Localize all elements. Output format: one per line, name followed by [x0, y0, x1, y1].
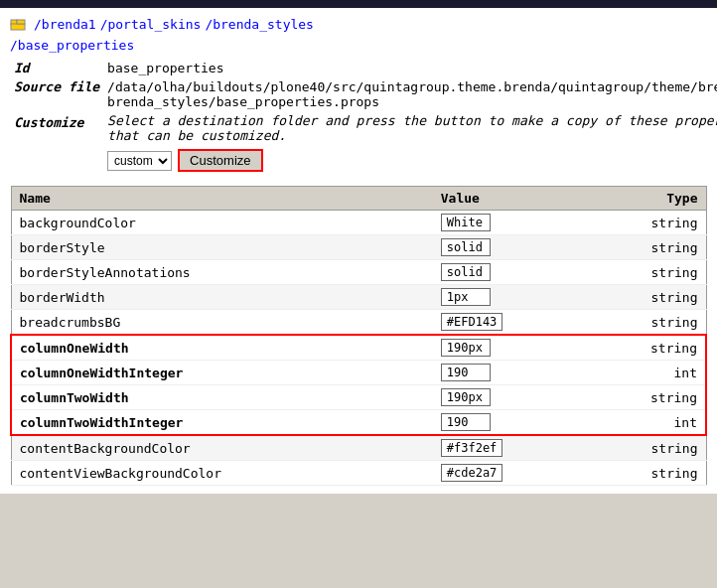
- prop-type: string: [583, 211, 706, 235]
- prop-type: string: [583, 385, 706, 410]
- prop-value: 190px: [433, 335, 584, 361]
- prop-value: #EFD143: [433, 310, 584, 336]
- value-box: 190: [441, 364, 491, 381]
- prop-name: contentViewBackgroundColor: [11, 461, 433, 486]
- breadcrumb-link-base-properties[interactable]: /base_properties: [10, 38, 134, 53]
- prop-name: borderWidth: [11, 285, 433, 310]
- prop-type: string: [583, 285, 706, 310]
- filesystem-icon: [10, 16, 26, 32]
- value-box: solid: [441, 263, 491, 281]
- prop-type: string: [583, 235, 706, 260]
- prop-name: columnOneWidth: [11, 335, 433, 361]
- table-row: columnOneWidthInteger190int: [11, 361, 706, 385]
- prop-name: borderStyleAnnotations: [11, 260, 433, 285]
- prop-value: 190: [433, 410, 584, 436]
- prop-type: string: [583, 461, 706, 486]
- value-box: solid: [441, 238, 491, 256]
- customize-description: Select a destination folder and press th…: [107, 113, 717, 143]
- value-box: White: [441, 214, 491, 231]
- titlebar: [0, 0, 717, 8]
- prop-name: breadcrumbsBG: [11, 310, 433, 336]
- source-label: Source file: [10, 77, 103, 111]
- prop-value: 190: [433, 361, 584, 385]
- table-row: borderWidth1pxstring: [11, 285, 706, 310]
- value-box: 190: [441, 413, 491, 431]
- prop-name: columnTwoWidthInteger: [11, 410, 433, 436]
- table-row: columnTwoWidth190pxstring: [11, 385, 706, 410]
- table-row: borderStylesolidstring: [11, 235, 706, 260]
- table-header-row: Name Value Type: [11, 187, 706, 211]
- table-row: borderStyleAnnotationssolidstring: [11, 260, 706, 285]
- prop-value: #cde2a7: [433, 461, 584, 486]
- customize-button[interactable]: Customize: [178, 149, 262, 172]
- folder-select[interactable]: custom: [107, 151, 172, 171]
- breadcrumb-link-brenda-styles[interactable]: /brenda_styles: [205, 17, 314, 32]
- breadcrumb-link-portal-skins[interactable]: /portal_skins: [100, 17, 202, 32]
- prop-name: columnTwoWidth: [11, 385, 433, 410]
- prop-value: #f3f2ef: [433, 435, 584, 461]
- id-label: Id: [10, 59, 103, 77]
- prop-type: int: [583, 361, 706, 385]
- value-box: #cde2a7: [441, 464, 503, 482]
- prop-value: 1px: [433, 285, 584, 310]
- content-area: /brenda1/portal_skins/brenda_styles /bas…: [0, 8, 717, 494]
- value-box: 1px: [441, 288, 491, 306]
- table-row: contentBackgroundColor#f3f2efstring: [11, 435, 706, 461]
- prop-name: backgroundColor: [11, 211, 433, 235]
- prop-value: White: [433, 211, 584, 235]
- prop-type: int: [583, 410, 706, 436]
- prop-type: string: [583, 435, 706, 461]
- prop-value: solid: [433, 260, 584, 285]
- col-header-value: Value: [433, 187, 584, 211]
- breadcrumb-link-brenda1[interactable]: /brenda1: [34, 17, 96, 32]
- customize-label: Customize: [10, 111, 103, 182]
- table-row: breadcrumbsBG#EFD143string: [11, 310, 706, 336]
- source-value: /data/olha/buildouts/plone40/src/quintag…: [103, 77, 717, 111]
- col-header-name: Name: [11, 187, 433, 211]
- table-row: columnTwoWidthInteger190int: [11, 410, 706, 436]
- table-row: contentViewBackgroundColor#cde2a7string: [11, 461, 706, 486]
- prop-type: string: [583, 335, 706, 361]
- value-box: 190px: [441, 339, 491, 357]
- value-box: #f3f2ef: [441, 439, 503, 457]
- svg-rect-2: [17, 20, 25, 24]
- svg-rect-1: [11, 24, 25, 30]
- prop-value: 190px: [433, 385, 584, 410]
- customize-desc-cell: Select a destination folder and press th…: [103, 111, 717, 182]
- meta-table: Id base_properties Source file /data/olh…: [10, 59, 717, 182]
- value-box: #EFD143: [441, 313, 503, 331]
- table-row: columnOneWidth190pxstring: [11, 335, 706, 361]
- prop-name: borderStyle: [11, 235, 433, 260]
- breadcrumb: /brenda1/portal_skins/brenda_styles: [10, 16, 707, 32]
- prop-value: solid: [433, 235, 584, 260]
- id-value: base_properties: [103, 59, 717, 77]
- table-row: backgroundColorWhitestring: [11, 211, 706, 235]
- prop-name: contentBackgroundColor: [11, 435, 433, 461]
- prop-type: string: [583, 310, 706, 336]
- col-header-type: Type: [583, 187, 706, 211]
- value-box: 190px: [441, 388, 491, 406]
- properties-table: Name Value Type backgroundColorWhitestri…: [10, 186, 707, 486]
- prop-type: string: [583, 260, 706, 285]
- prop-name: columnOneWidthInteger: [11, 361, 433, 385]
- customize-controls: custom Customize: [107, 149, 717, 172]
